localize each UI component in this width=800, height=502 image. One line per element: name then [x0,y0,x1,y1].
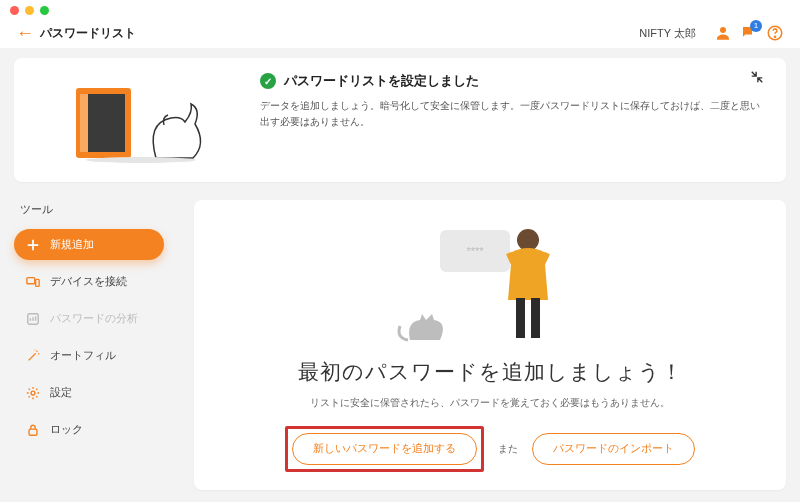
cta-row: 新しいパスワードを追加する また パスワードのインポート [285,426,695,472]
sidebar-item-label: ロック [50,422,83,437]
lower-area: ツール 新規追加 デバイスを接続 パスワードの分析 [14,200,786,490]
add-password-button[interactable]: 新しいパスワードを追加する [292,433,477,465]
content-subline: リストに安全に保管されたら、パスワードを覚えておく必要はもうありません。 [310,396,670,410]
sidebar-item-analyze: パスワードの分析 [14,303,164,334]
topbar: ← パスワードリスト NIFTY 太郎 1 [0,18,800,48]
collapse-icon[interactable] [750,70,764,87]
import-password-button[interactable]: パスワードのインポート [532,433,695,465]
plus-icon [26,238,40,252]
svg-rect-17 [531,298,540,338]
sidebar-item-autofill[interactable]: オートフィル [14,340,164,371]
lock-icon [26,423,40,437]
primary-button-highlight: 新しいパスワードを追加する [285,426,484,472]
gear-icon [26,386,40,400]
minimize-window-icon[interactable] [25,6,34,15]
page: ✓ パスワードリストを設定しました データを追加しましょう。暗号化して安全に保管… [0,48,800,502]
svg-rect-4 [82,94,125,152]
close-window-icon[interactable] [10,6,19,15]
account-icon[interactable] [714,24,732,42]
svg-point-2 [774,36,775,37]
hero-illustration: **** [214,212,766,352]
page-title: パスワードリスト [40,25,136,42]
window-controls [10,6,49,15]
sidebar-item-label: オートフィル [50,348,116,363]
sidebar-item-label: パスワードの分析 [50,311,138,326]
analyze-icon [26,312,40,326]
setup-complete-banner: ✓ パスワードリストを設定しました データを追加しましょう。暗号化して安全に保管… [14,58,786,182]
help-icon[interactable] [766,24,784,42]
notification-badge: 1 [750,20,762,32]
svg-rect-8 [36,279,40,286]
sidebar-item-settings[interactable]: 設定 [14,377,164,408]
svg-point-10 [31,391,35,395]
check-circle-icon: ✓ [260,73,276,89]
svg-rect-5 [80,94,88,152]
back-arrow-icon[interactable]: ← [16,23,34,44]
banner-illustration [36,70,236,170]
sidebar-item-add[interactable]: 新規追加 [14,229,164,260]
content-headline: 最初のパスワードを追加しましょう！ [298,358,683,386]
sidebar: ツール 新規追加 デバイスを接続 パスワードの分析 [14,200,164,490]
sidebar-item-connect-device[interactable]: デバイスを接続 [14,266,164,297]
content-panel: **** 最初のパスワードを追加しましょう！ リストに安全に保管されたら、パスワ… [194,200,786,490]
user-name: NIFTY 太郎 [639,26,696,41]
devices-icon [26,275,40,289]
sidebar-title: ツール [20,202,164,217]
sidebar-item-label: 新規追加 [50,237,94,252]
svg-rect-11 [29,429,37,435]
notifications-icon[interactable]: 1 [740,24,758,42]
banner-description: データを追加しましょう。暗号化して安全に保管します。一度パスワードリストに保存し… [260,98,764,130]
svg-rect-7 [27,277,35,283]
or-text: また [498,442,518,456]
wand-icon [26,349,40,363]
sidebar-item-label: デバイスを接続 [50,274,127,289]
banner-title: パスワードリストを設定しました [284,72,479,90]
sidebar-item-label: 設定 [50,385,72,400]
svg-point-0 [720,27,726,33]
svg-point-13 [517,229,539,251]
sidebar-item-lock[interactable]: ロック [14,414,164,445]
svg-rect-16 [516,298,525,338]
card-placeholder-text: **** [466,245,484,257]
zoom-window-icon[interactable] [40,6,49,15]
svg-point-6 [86,157,196,163]
